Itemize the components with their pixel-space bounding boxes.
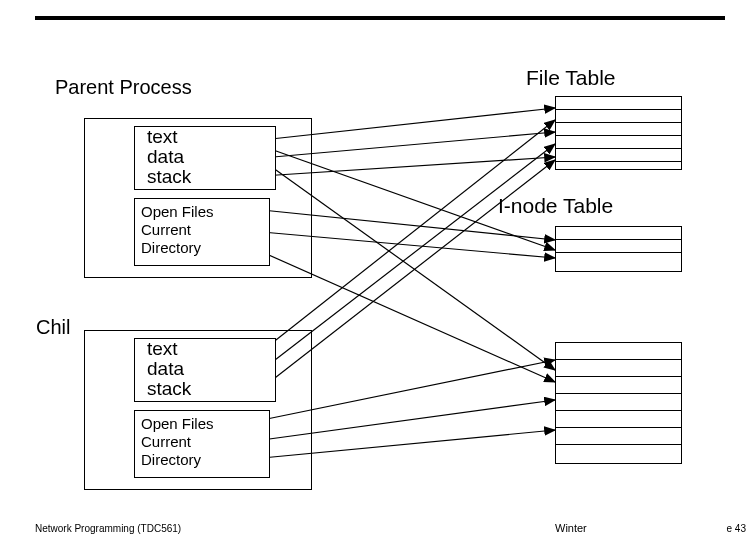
parent-segment-box: text data stack [134, 126, 276, 190]
parent-seg-data: data [147, 147, 275, 167]
child-seg-stack: stack [147, 379, 275, 399]
file-table-box [555, 96, 682, 170]
inode-table-title: I-node Table [498, 194, 613, 218]
lower-table-box [555, 342, 682, 464]
footer-left: Network Programming (TDC561) [35, 523, 181, 534]
parent-current: Current [141, 221, 269, 239]
child-openfiles: Open Files [141, 415, 269, 433]
child-seg-data: data [147, 359, 275, 379]
parent-process-title: Parent Process [55, 76, 192, 99]
child-directory: Directory [141, 451, 269, 469]
child-seg-text: text [147, 339, 275, 359]
child-current: Current [141, 433, 269, 451]
parent-seg-stack: stack [147, 167, 275, 187]
inode-table-box [555, 226, 682, 272]
footer-mid: Winter [555, 522, 587, 534]
child-title: Chil [36, 316, 70, 339]
parent-openfiles: Open Files [141, 203, 269, 221]
parent-directory: Directory [141, 239, 269, 257]
parent-seg-text: text [147, 127, 275, 147]
child-segment-box: text data stack [134, 338, 276, 402]
child-openfiles-box: Open Files Current Directory [134, 410, 270, 478]
footer-right: e 43 [727, 523, 746, 534]
parent-openfiles-box: Open Files Current Directory [134, 198, 270, 266]
top-rule [35, 16, 725, 20]
file-table-title: File Table [526, 66, 616, 90]
